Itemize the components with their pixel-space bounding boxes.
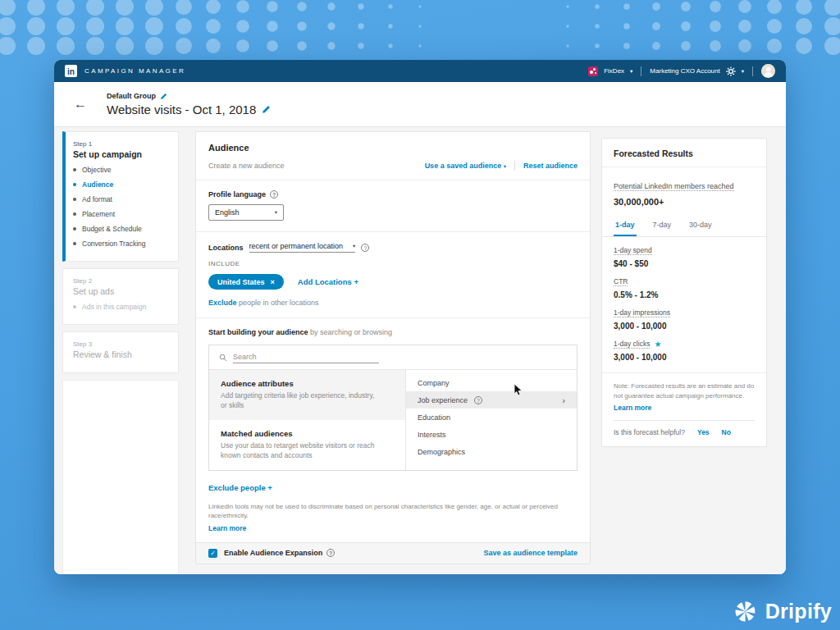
sidebar-item-ad-format[interactable]: Ad format	[73, 195, 168, 203]
category-company[interactable]: Company	[406, 374, 577, 391]
help-icon[interactable]: ?	[270, 190, 278, 199]
save-audience-template-link[interactable]: Save as audience template	[483, 549, 578, 557]
add-locations-button[interactable]: Add Locations +	[298, 277, 358, 286]
build-audience-title: Start building your audience	[208, 328, 308, 336]
chevron-down-icon: ▾	[504, 163, 506, 169]
screenshot-stage: in CAMPAIGN MANAGER FixDex ▾ Marketing C…	[0, 0, 840, 630]
linkedin-logo[interactable]: in	[65, 65, 77, 77]
help-icon[interactable]: ?	[361, 244, 369, 252]
account-name-menu[interactable]: Marketing CXO Account	[650, 67, 719, 75]
nav-divider	[641, 66, 641, 76]
helpful-question: Is this forecast helpful?	[614, 428, 685, 436]
forecast-disclaimer: Note: Forecasted results are an estimate…	[614, 381, 755, 400]
exclude-locations-link[interactable]: Exclude	[208, 299, 237, 307]
bullet-icon	[73, 198, 76, 201]
profile-language-select[interactable]: English ▾	[208, 204, 284, 221]
gear-icon[interactable]	[726, 66, 736, 76]
close-icon[interactable]: ×	[271, 278, 275, 286]
chevron-down-icon: ▾	[353, 243, 355, 249]
forecast-column: Forecasted Results Potential LinkedIn me…	[601, 127, 786, 574]
forecast-learn-more-link[interactable]: Learn more	[614, 404, 755, 412]
category-interests[interactable]: Interests	[406, 426, 577, 443]
reset-audience-button[interactable]: Reset audience	[523, 162, 578, 170]
step3-title: Review & finish	[73, 349, 168, 359]
sidebar-item-placement[interactable]: Placement	[73, 210, 168, 218]
learn-more-link[interactable]: Learn more	[208, 524, 578, 542]
search-input[interactable]	[233, 352, 379, 363]
edit-group-icon[interactable]	[160, 93, 167, 100]
bullet-icon	[73, 242, 76, 245]
audience-expansion-checkbox[interactable]: ✓	[208, 549, 217, 558]
tab-7-day[interactable]: 7-day	[651, 215, 673, 236]
plus-icon: +	[267, 483, 272, 492]
audience-attributes-option[interactable]: Audience attributes Add targeting criter…	[209, 370, 405, 420]
step2-title: Set up ads	[73, 286, 168, 296]
metric-impressions: 1-day impressions 3,000 - 10,000	[602, 299, 766, 331]
sidebar-item-audience[interactable]: Audience	[73, 180, 168, 189]
helpful-no-button[interactable]: No	[722, 428, 731, 436]
locations-mode-select[interactable]: recent or permanent location ▾	[249, 242, 356, 253]
app-title: CAMPAIGN MANAGER	[84, 67, 185, 75]
top-nav-bar: in CAMPAIGN MANAGER FixDex ▾ Marketing C…	[54, 60, 786, 82]
category-education[interactable]: Education	[406, 409, 577, 426]
main-column: Audience Create a new audience Use a sav…	[183, 127, 601, 574]
step3-label: Step 3	[73, 340, 168, 348]
chevron-down-icon: ▾	[275, 209, 277, 216]
back-arrow-icon[interactable]: ←	[74, 97, 87, 112]
targeting-groups-column: Audience attributes Add targeting criter…	[209, 370, 406, 470]
metric-ctr: CTR 0.5% - 1.2%	[602, 268, 766, 299]
help-icon[interactable]: ?	[326, 549, 335, 557]
campaign-title: Website visits - Oct 1, 2018	[107, 103, 256, 116]
forecast-tabs: 1-day 7-day 30-day	[602, 215, 766, 237]
search-icon	[219, 354, 227, 362]
dripify-brand: Dripify	[733, 599, 832, 624]
audience-card-header: Audience Create a new audience Use a sav…	[196, 132, 590, 180]
metric-spend: 1-day spend $40 - $50	[602, 237, 766, 268]
sidebar-item-budget-schedule[interactable]: Budget & Schedule	[73, 225, 168, 233]
help-icon[interactable]: ?	[474, 396, 482, 404]
targeting-browser-panel: Audience attributes Add targeting criter…	[208, 345, 578, 471]
location-chip-united-states[interactable]: United States ×	[208, 274, 284, 290]
header-links-divider	[514, 161, 515, 171]
category-job-experience[interactable]: Job experience ? ›	[406, 391, 577, 409]
chevron-right-icon: ›	[562, 395, 565, 405]
audience-expansion-label: Enable Audience Expansion	[224, 549, 322, 557]
bullet-icon	[73, 183, 76, 186]
account-app-menu[interactable]: FixDex	[604, 67, 624, 75]
steps-sidebar: Step 1 Set up campaign Objective Audienc…	[54, 127, 183, 574]
profile-language-label: Profile language	[208, 190, 266, 199]
sidebar-item-conversion-tracking[interactable]: Conversion Tracking	[73, 240, 168, 248]
sidebar-filler-panel	[62, 380, 179, 574]
star-icon: ★	[654, 340, 661, 349]
step1-card: Step 1 Set up campaign Objective Audienc…	[62, 131, 179, 262]
avatar[interactable]	[761, 64, 775, 78]
audience-subtitle: Create a new audience	[208, 162, 285, 170]
step2-card: Step 2 Set up ads Ads in this campaign	[62, 268, 179, 325]
sidebar-item-objective[interactable]: Objective	[73, 166, 168, 174]
step3-card: Step 3 Review & finish	[62, 331, 179, 373]
campaign-header: ← Default Group Website visits - Oct 1, …	[54, 82, 786, 127]
helpful-yes-button[interactable]: Yes	[697, 428, 710, 436]
step1-title: Set up campaign	[73, 149, 168, 159]
app-body: Step 1 Set up campaign Objective Audienc…	[54, 127, 786, 574]
halftone-dots-decoration	[0, 0, 840, 57]
bullet-icon	[73, 212, 76, 216]
forecast-title: Forecasted Results	[602, 139, 766, 167]
dripify-shutter-icon	[733, 599, 758, 624]
chevron-down-icon[interactable]: ▾	[742, 68, 744, 75]
sidebar-item-ads-in-campaign: Ads in this campaign	[73, 303, 168, 311]
category-demographics[interactable]: Demographics	[406, 443, 577, 460]
use-saved-audience-button[interactable]: Use a saved audience ▾	[425, 162, 506, 170]
exclude-locations-text: people in other locations	[239, 299, 319, 307]
tab-30-day[interactable]: 30-day	[687, 215, 714, 236]
chevron-down-icon[interactable]: ▾	[630, 68, 632, 75]
profile-language-section: Profile language ? English ▾	[196, 180, 590, 232]
tab-1-day[interactable]: 1-day	[614, 215, 637, 236]
dripify-brand-name: Dripify	[765, 600, 832, 623]
matched-audiences-option[interactable]: Matched audiences Use your data to retar…	[209, 420, 405, 470]
audience-card-footer: ✓ Enable Audience Expansion ? Save as au…	[196, 542, 590, 564]
locations-section: Locations recent or permanent location ▾…	[196, 232, 590, 318]
exclude-people-button[interactable]: Exclude people +	[208, 483, 578, 492]
reach-value: 30,000,000+	[614, 197, 755, 207]
edit-campaign-title-icon[interactable]	[262, 105, 271, 114]
